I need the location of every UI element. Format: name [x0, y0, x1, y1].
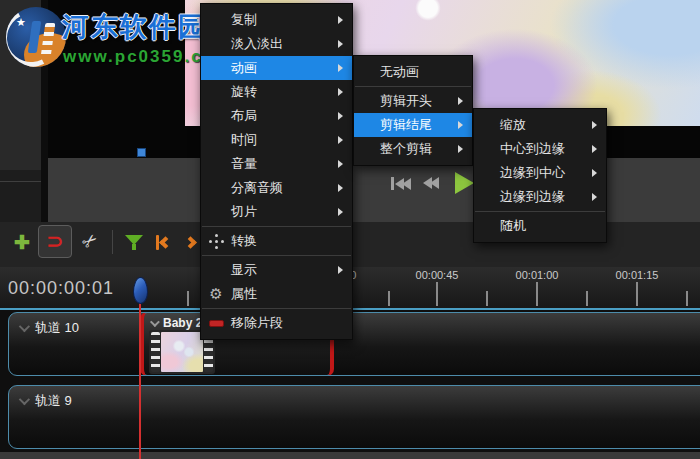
menu-item-clip-end[interactable]: 剪辑结尾 [354, 113, 472, 137]
ruler-label: 00:00:45 [416, 269, 459, 281]
ruler-tick [486, 291, 488, 306]
menu-item-rotate[interactable]: 旋转 [201, 80, 352, 104]
add-track-button[interactable]: ✚ [8, 228, 36, 256]
menu-item-clip-start[interactable]: 剪辑开头 [354, 89, 472, 113]
track-label: 轨道 9 [35, 392, 72, 410]
submenu-arrow-icon [338, 16, 343, 24]
track-row-9[interactable]: 轨道 9 [8, 385, 700, 449]
track-row-10[interactable]: 轨道 10 [8, 312, 700, 376]
menu-separator [355, 86, 471, 87]
submenu-arrow-icon [592, 121, 597, 129]
ruler-label: 00:01:00 [516, 269, 559, 281]
submenu-arrow-icon [338, 112, 343, 120]
menu-item-edge-to-edge[interactable]: 边缘到边缘 [474, 185, 606, 209]
menu-item-random[interactable]: 随机 [474, 214, 606, 238]
submenu-arrow-icon [338, 88, 343, 96]
next-marker-button[interactable] [180, 230, 200, 254]
star-icon: ★ [16, 16, 26, 29]
gear-icon: ⚙ [205, 284, 227, 304]
filmstrip-sprockets [151, 332, 160, 372]
watermark-site-url: www.pc0359.cn [63, 47, 215, 67]
menu-item-time[interactable]: 时间 [201, 128, 352, 152]
animate-submenu: 无动画 剪辑开头 剪辑结尾 整个剪辑 [353, 55, 473, 166]
submenu-arrow-icon [338, 40, 343, 48]
menu-item-edge-to-center[interactable]: 边缘到中心 [474, 161, 606, 185]
chevron-down-icon[interactable] [19, 394, 30, 405]
playhead-timecode: 00:00:00:01 [8, 278, 114, 299]
menu-item-copy[interactable]: 复制 [201, 8, 352, 32]
toolbar-separator [112, 230, 113, 254]
submenu-arrow-icon [338, 136, 343, 144]
menu-separator [202, 255, 351, 256]
transform-icon [205, 231, 227, 251]
menu-item-volume[interactable]: 音量 [201, 152, 352, 176]
submenu-arrow-icon [338, 64, 343, 72]
menu-item-entire-clip[interactable]: 整个剪辑 [354, 137, 472, 161]
menu-item-transform[interactable]: 转换 [201, 229, 352, 253]
menu-separator [475, 211, 605, 212]
menu-item-separate-audio[interactable]: 分离音频 [201, 176, 352, 200]
razor-scissors-icon: ✂ [77, 228, 103, 255]
submenu-arrow-icon [338, 160, 343, 168]
menu-item-zoom[interactable]: 缩放 [474, 113, 606, 137]
ruler-tick [686, 291, 688, 306]
transform-handle[interactable] [137, 148, 146, 157]
watermark-site-name: 河东软件园 [62, 9, 207, 45]
submenu-arrow-icon [338, 266, 343, 274]
play-icon [455, 172, 474, 194]
add-track-icon: ✚ [14, 231, 30, 254]
playhead-line[interactable] [139, 280, 141, 459]
jump-to-start-button[interactable] [391, 177, 411, 190]
clip-thumbnail-image [161, 332, 203, 372]
submenu-arrow-icon [592, 169, 597, 177]
video-editor-window: ✚ ⊃ ✂ 00:00:00:01 00:00:30 00:00:45 00:0… [0, 0, 700, 459]
menu-item-fade[interactable]: 淡入淡出 [201, 32, 352, 56]
ruler-tick [436, 282, 438, 306]
chevron-down-icon[interactable] [150, 317, 160, 327]
menu-separator [202, 226, 351, 227]
submenu-arrow-icon [338, 208, 343, 216]
chevron-down-icon[interactable] [19, 321, 30, 332]
clip-end-submenu: 缩放 中心到边缘 边缘到中心 边缘到边缘 随机 [473, 108, 607, 243]
submenu-arrow-icon [338, 184, 343, 192]
menu-item-remove-clip[interactable]: 移除片段 [201, 311, 352, 335]
horizontal-scrollbar[interactable] [0, 452, 700, 459]
submenu-arrow-icon [458, 145, 463, 153]
ruler-label: 00:01:15 [616, 269, 659, 281]
next-marker-icon [184, 236, 197, 249]
site-logo-icon: ★ [6, 7, 66, 67]
clip-label: Baby 2 [163, 316, 202, 330]
submenu-arrow-icon [458, 97, 463, 105]
ruler-tick [636, 282, 638, 306]
remove-clip-icon [205, 313, 227, 333]
submenu-arrow-icon [458, 121, 463, 129]
ruler-tick [388, 291, 390, 306]
snapping-toggle[interactable]: ⊃ [38, 225, 72, 258]
snapping-magnet-icon: ⊃ [47, 229, 64, 253]
ruler-tick [536, 282, 538, 306]
menu-item-no-animation[interactable]: 无动画 [354, 60, 472, 84]
ruler-tick [586, 291, 588, 306]
submenu-arrow-icon [592, 145, 597, 153]
jump-to-start-icon [391, 177, 394, 190]
add-marker-button[interactable] [120, 228, 148, 256]
previous-marker-button[interactable] [150, 230, 176, 254]
play-button[interactable] [455, 172, 474, 194]
rewind-button[interactable] [423, 177, 439, 189]
menu-item-slice[interactable]: 切片 [201, 200, 352, 224]
menu-item-display[interactable]: 显示 [201, 258, 352, 282]
menu-separator [202, 308, 351, 309]
playhead-marker[interactable] [133, 277, 148, 304]
ruler-tick [187, 291, 189, 306]
clip-context-menu: 复制 淡入淡出 动画 旋转 布局 时间 音量 分离音频 切片 转换 [200, 3, 353, 340]
menu-item-properties[interactable]: ⚙ 属性 [201, 282, 352, 306]
menu-item-center-to-edge[interactable]: 中心到边缘 [474, 137, 606, 161]
submenu-arrow-icon [592, 193, 597, 201]
track-label: 轨道 10 [35, 319, 79, 337]
menu-item-layout[interactable]: 布局 [201, 104, 352, 128]
menu-item-animate[interactable]: 动画 [201, 56, 352, 80]
